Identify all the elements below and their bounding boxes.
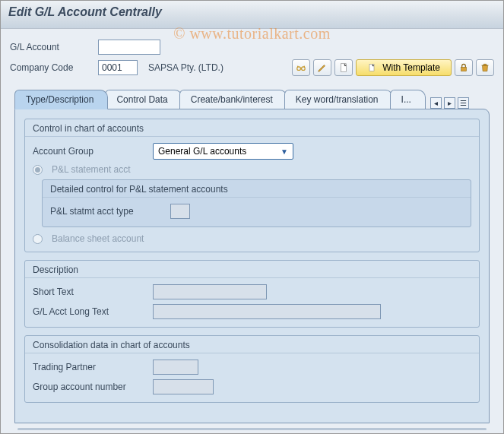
pl-statement-radio-row: P&L statement acct bbox=[33, 164, 471, 175]
pl-statement-radio-label: P&L statement acct bbox=[52, 164, 131, 175]
long-text-input[interactable] bbox=[153, 304, 381, 319]
group-pl-detail: Detailed control for P&L statement accou… bbox=[42, 179, 471, 227]
gl-account-row: G/L Account bbox=[10, 40, 494, 55]
chevron-down-icon: ▼ bbox=[281, 147, 288, 156]
company-code-description: SAPSA Pty. (LTD.) bbox=[148, 62, 223, 73]
group-control-chart-title: Control in chart of accounts bbox=[25, 119, 479, 137]
tab-create-bank-interest[interactable]: Create/bank/interest bbox=[179, 90, 287, 109]
delete-button[interactable] bbox=[476, 59, 494, 76]
with-template-label: With Template bbox=[382, 62, 440, 73]
trash-icon bbox=[480, 62, 490, 73]
group-account-input[interactable] bbox=[153, 379, 214, 394]
tab-body: Control in chart of accounts Account Gro… bbox=[14, 109, 490, 423]
chevron-right-icon: ▸ bbox=[448, 100, 452, 107]
pl-statement-radio bbox=[33, 165, 43, 175]
tab-list-button[interactable]: ☰ bbox=[458, 97, 469, 109]
group-account-label: Group account number bbox=[33, 382, 147, 392]
list-icon: ☰ bbox=[460, 100, 467, 107]
account-group-label: Account Group bbox=[33, 146, 147, 157]
pl-type-row: P&L statmt acct type bbox=[50, 204, 463, 219]
company-code-label: Company Code bbox=[10, 62, 94, 73]
tab-control-data[interactable]: Control Data bbox=[105, 90, 182, 109]
tab-bar: Type/Description Control Data Create/ban… bbox=[14, 90, 490, 109]
edit-button[interactable] bbox=[313, 59, 331, 76]
tab-nav: ◂ ▸ ☰ bbox=[430, 97, 469, 109]
copy-button[interactable] bbox=[334, 59, 353, 76]
page-icon bbox=[367, 63, 376, 72]
group-consolidation-title: Consolidation data in chart of accounts bbox=[25, 336, 479, 353]
chevron-left-icon: ◂ bbox=[434, 100, 438, 107]
company-code-row: Company Code SAPSA Pty. (LTD.) With Temp… bbox=[10, 59, 494, 76]
account-group-row: Account Group General G/L accounts ▼ bbox=[33, 143, 471, 160]
balance-sheet-radio-row: Balance sheet account bbox=[33, 233, 471, 244]
pl-type-label: P&L statmt acct type bbox=[50, 206, 164, 217]
svg-rect-0 bbox=[341, 64, 347, 72]
gl-account-label: G/L Account bbox=[10, 42, 94, 52]
group-pl-detail-title: Detailed control for P&L statement accou… bbox=[43, 180, 471, 198]
short-text-row: Short Text bbox=[33, 284, 471, 299]
svg-rect-1 bbox=[369, 65, 374, 71]
group-account-row: Group account number bbox=[33, 379, 471, 394]
trading-partner-row: Trading Partner bbox=[33, 360, 471, 375]
group-consolidation: Consolidation data in chart of accounts … bbox=[24, 335, 480, 403]
glasses-icon bbox=[296, 62, 306, 73]
account-group-value: General G/L accounts bbox=[158, 146, 246, 157]
lock-button[interactable] bbox=[455, 59, 473, 76]
tab-type-description[interactable]: Type/Description bbox=[14, 90, 108, 109]
group-description-content: Short Text G/L Acct Long Text bbox=[25, 278, 479, 327]
tab-strip: Type/Description Control Data Create/ban… bbox=[14, 90, 490, 423]
gl-account-input[interactable] bbox=[98, 40, 160, 55]
long-text-row: G/L Acct Long Text bbox=[33, 304, 471, 319]
tab-key-word-translation[interactable]: Key word/translation bbox=[284, 90, 393, 109]
page-icon bbox=[338, 62, 349, 73]
lock-icon bbox=[458, 62, 469, 73]
group-description: Description Short Text G/L Acct Long Tex… bbox=[24, 260, 480, 328]
svg-rect-2 bbox=[461, 67, 467, 71]
group-pl-detail-content: P&L statmt acct type bbox=[43, 198, 471, 227]
with-template-button[interactable]: With Template bbox=[356, 59, 452, 76]
pl-type-input bbox=[170, 204, 190, 219]
account-group-select[interactable]: General G/L accounts ▼ bbox=[153, 143, 293, 160]
short-text-input[interactable] bbox=[153, 284, 267, 299]
balance-sheet-radio-label: Balance sheet account bbox=[52, 233, 144, 244]
tab-next-button[interactable]: ▸ bbox=[444, 97, 455, 109]
trading-partner-input[interactable] bbox=[153, 360, 198, 375]
long-text-label: G/L Acct Long Text bbox=[33, 306, 147, 317]
main-content: G/L Account Company Code SAPSA Pty. (LTD… bbox=[1, 29, 503, 433]
group-consolidation-content: Trading Partner Group account number bbox=[25, 353, 479, 402]
display-button[interactable] bbox=[292, 59, 310, 76]
group-control-chart-content: Account Group General G/L accounts ▼ P&L… bbox=[25, 137, 479, 252]
pencil-icon bbox=[317, 62, 328, 73]
balance-sheet-radio bbox=[33, 234, 43, 244]
tab-overflow[interactable]: I... bbox=[390, 90, 426, 109]
titlebar: Edit G/L Account Centrally bbox=[1, 1, 503, 29]
bottom-divider bbox=[17, 428, 487, 430]
header-toolbar: With Template bbox=[292, 59, 494, 76]
group-description-title: Description bbox=[25, 261, 479, 278]
tab-prev-button[interactable]: ◂ bbox=[430, 97, 442, 109]
page-title: Edit G/L Account Centrally bbox=[8, 5, 496, 19]
short-text-label: Short Text bbox=[33, 287, 147, 297]
trading-partner-label: Trading Partner bbox=[33, 362, 147, 372]
company-code-input[interactable] bbox=[98, 60, 138, 75]
group-control-chart: Control in chart of accounts Account Gro… bbox=[24, 119, 480, 252]
